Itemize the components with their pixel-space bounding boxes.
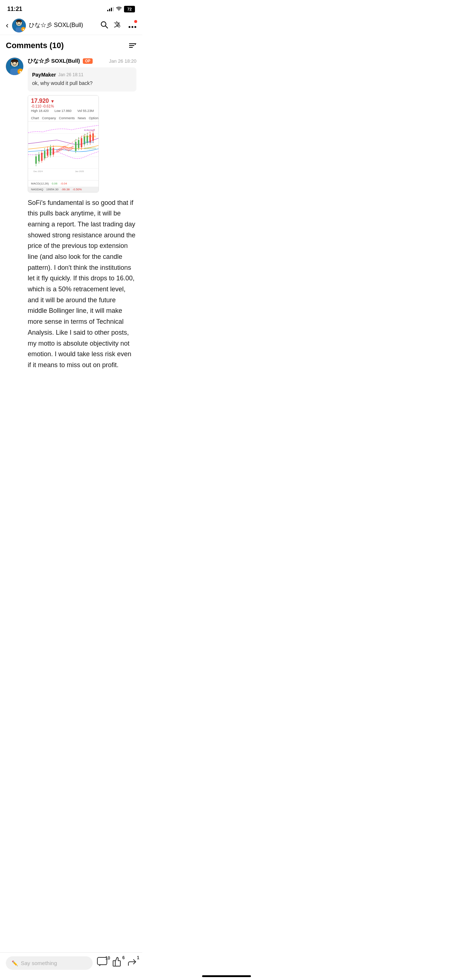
svg-rect-4 (16, 27, 22, 32)
svg-point-46 (62, 148, 64, 150)
svg-point-32 (59, 148, 61, 150)
svg-point-52 (71, 148, 72, 150)
chart-container: 17.920 ▼ -0.110 -0.61% High 18.420 Low 1… (28, 95, 99, 192)
battery-icon: 72 (124, 6, 135, 13)
chart-macd: MACD(12,26) 0.06 -0.04 (28, 180, 99, 187)
main-content: Comments (10) ★ (0, 35, 142, 413)
svg-point-40 (71, 146, 72, 148)
svg-point-2 (17, 22, 18, 23)
back-button[interactable]: ‹ (6, 21, 8, 30)
nav-bar: ‹ ★ ひな☆彡 SOXL(Bull) (0, 16, 142, 35)
svg-rect-63 (44, 151, 46, 158)
quoted-comment: PayMaker Jan 26 18:11 ok, why would it p… (28, 67, 136, 92)
comment-avatar: ★ (6, 57, 23, 75)
svg-text:38.2%(16.0): 38.2%(16.0) (84, 142, 94, 143)
chart-visual: 61.8%(18.90) 50.0%(18.760) 38.2%(16.0) 2… (28, 122, 99, 180)
svg-point-42 (56, 151, 57, 153)
svg-point-36 (65, 146, 66, 148)
status-icons: 72 (107, 6, 135, 13)
svg-point-19 (12, 62, 13, 64)
translate-icon[interactable]: 文 A (114, 21, 123, 30)
quoted-author-line: PayMaker Jan 26 18:11 (32, 72, 132, 78)
svg-text:★: ★ (19, 70, 22, 74)
svg-rect-75 (75, 142, 77, 151)
avatar: ★ (12, 19, 26, 32)
svg-text:Dec 2024: Dec 2024 (33, 170, 43, 172)
svg-line-8 (105, 26, 108, 28)
svg-point-33 (61, 147, 62, 149)
svg-rect-69 (49, 147, 51, 155)
svg-rect-72 (53, 148, 54, 154)
comments-title: Comments (10) (6, 41, 64, 50)
chart-header: 17.920 ▼ -0.110 -0.61% High 18.420 Low 1… (28, 95, 99, 115)
svg-point-45 (61, 149, 62, 151)
svg-point-37 (66, 147, 68, 149)
op-badge: OP (83, 58, 92, 64)
svg-rect-57 (38, 154, 40, 161)
svg-point-44 (59, 150, 61, 151)
svg-rect-54 (35, 156, 37, 164)
svg-text:★: ★ (22, 28, 24, 30)
quoted-text: ok, why would it pull back? (32, 80, 132, 87)
svg-text:61.8%(18.90): 61.8%(18.90) (84, 129, 95, 131)
nav-icons: 文 A (100, 21, 136, 30)
svg-point-53 (72, 148, 74, 149)
comment-author: ひな☆彡 SOXL(Bull) (28, 57, 80, 65)
comment-text: SoFi's fundamental is so good that if th… (28, 197, 136, 371)
svg-point-31 (57, 149, 59, 150)
svg-point-13 (135, 26, 136, 28)
chart-price: 17.920 (31, 98, 49, 104)
quoted-author: PayMaker (32, 72, 56, 78)
svg-point-30 (56, 150, 57, 151)
sort-icon[interactable] (128, 42, 136, 49)
svg-point-50 (68, 150, 69, 151)
svg-point-12 (132, 26, 134, 28)
signal-bars-icon (107, 7, 114, 11)
svg-text:Jan 2025: Jan 2025 (75, 170, 84, 172)
svg-point-41 (72, 146, 74, 147)
wifi-icon (116, 6, 122, 12)
svg-point-3 (20, 22, 21, 23)
comment-item: ★ ひな☆彡 SOXL(Bull) OP Jan 26 18:20 PayMak… (6, 57, 136, 371)
comment-author-line: ひな☆彡 SOXL(Bull) OP Jan 26 18:20 (28, 57, 136, 65)
svg-text:A: A (118, 22, 120, 28)
nav-title: ひな☆彡 SOXL(Bull) (29, 22, 100, 29)
svg-point-35 (64, 146, 65, 147)
comments-header: Comments (10) (6, 41, 136, 50)
svg-point-43 (57, 151, 59, 152)
svg-point-20 (16, 62, 17, 64)
svg-rect-81 (81, 138, 83, 147)
nasdaq-bar: NASDAQ 19954.30 -99.38 -0.50% (28, 187, 99, 192)
svg-point-48 (65, 148, 66, 150)
status-time: 11:21 (7, 6, 22, 13)
svg-point-47 (64, 148, 65, 149)
svg-rect-60 (41, 153, 43, 161)
svg-rect-66 (47, 149, 48, 156)
svg-point-51 (69, 149, 71, 151)
svg-point-38 (68, 148, 69, 150)
svg-point-34 (62, 146, 64, 148)
chart-details: High 18.420 Low 17.860 Vol 55.23M (31, 109, 96, 113)
svg-point-39 (69, 147, 71, 149)
comment-time: Jan 26 18:20 (109, 58, 136, 64)
chart-tabs: Chart Company Comments News Options (28, 115, 99, 122)
more-icon[interactable] (128, 21, 136, 30)
svg-point-11 (129, 26, 131, 28)
search-icon[interactable] (100, 21, 108, 30)
svg-text:50.0%(18.760): 50.0%(18.760) (84, 135, 96, 137)
chart-change: -0.110 -0.61% (31, 104, 96, 108)
svg-text:23.6%(15.073): 23.6%(15.073) (84, 148, 96, 150)
quoted-time: Jan 26 18:11 (58, 72, 83, 77)
comment-body: ひな☆彡 SOXL(Bull) OP Jan 26 18:20 PayMaker… (28, 57, 136, 371)
svg-rect-78 (78, 140, 80, 148)
svg-point-49 (66, 149, 68, 151)
status-bar: 11:21 72 (0, 0, 142, 16)
